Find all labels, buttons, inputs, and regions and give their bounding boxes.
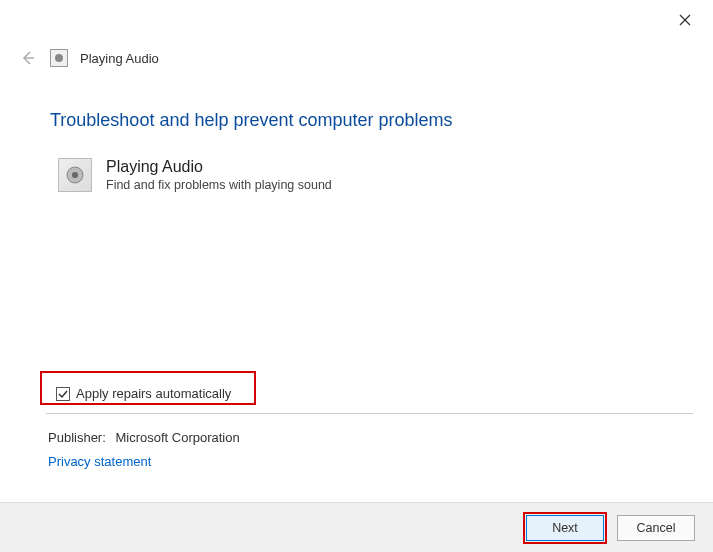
highlight-next-button: Next — [523, 512, 607, 544]
close-button[interactable] — [675, 10, 695, 30]
troubleshooter-description: Find and fix problems with playing sound — [106, 178, 332, 192]
header-title: Playing Audio — [80, 51, 159, 66]
next-button[interactable]: Next — [526, 515, 604, 541]
troubleshooter-title: Playing Audio — [106, 158, 332, 176]
troubleshooter-header-icon — [50, 49, 68, 67]
svg-point-5 — [72, 172, 78, 178]
header-row: Playing Audio — [18, 48, 159, 68]
privacy-statement-link[interactable]: Privacy statement — [48, 454, 151, 469]
apply-repairs-row: Apply repairs automatically — [48, 380, 239, 407]
cancel-button[interactable]: Cancel — [617, 515, 695, 541]
publisher-label: Publisher: — [48, 430, 106, 445]
footer: Next Cancel — [0, 502, 713, 552]
page-heading: Troubleshoot and help prevent computer p… — [50, 110, 453, 131]
publisher-row: Publisher: Microsoft Corporation — [48, 430, 240, 445]
troubleshooter-info: Playing Audio Find and fix problems with… — [58, 158, 332, 192]
audio-icon — [58, 158, 92, 192]
apply-repairs-checkbox[interactable] — [56, 387, 70, 401]
back-button[interactable] — [18, 48, 38, 68]
svg-point-3 — [55, 54, 63, 62]
apply-repairs-label: Apply repairs automatically — [76, 386, 231, 401]
divider — [46, 413, 693, 414]
publisher-value: Microsoft Corporation — [115, 430, 239, 445]
